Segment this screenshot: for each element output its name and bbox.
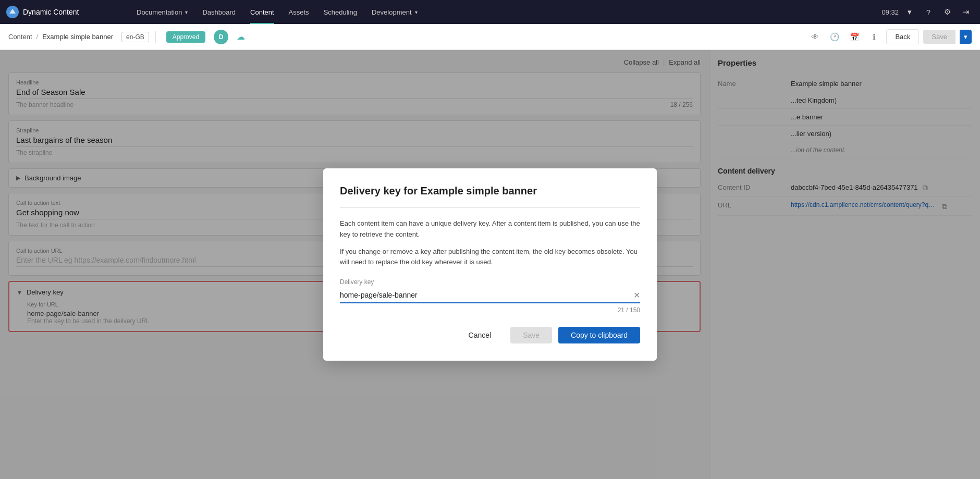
modal-counter: 21 / 150 [340,306,640,314]
modal-desc-2: If you change or remove a key after publ… [340,247,640,268]
modal-overlay: Delivery key for Example simple banner E… [0,50,980,479]
modal-actions: Cancel Save Copy to clipboard [340,326,640,344]
settings-icon[interactable]: ⚙ [939,4,955,20]
brand[interactable]: Dynamic Content [6,6,121,18]
nav-documentation[interactable]: Documentation ▾ [129,0,195,24]
back-button[interactable]: Back [886,29,919,44]
nav-assets[interactable]: Assets [281,0,316,24]
cancel-button[interactable]: Cancel [456,326,505,344]
calendar-icon[interactable]: 📅 [847,29,862,45]
nav-right-controls: 09:32 ▾ ? ⚙ ⇥ [881,4,974,20]
breadcrumb-separator: / [36,33,39,41]
modal-title: Delivery key for Example simple banner [340,185,640,208]
modal-input-wrapper: ✕ [340,288,640,303]
documentation-dropdown-icon: ▾ [185,9,188,15]
breadcrumb-bar: Content / Example simple banner en-GB Ap… [0,24,980,50]
nav-development[interactable]: Development ▾ [364,0,425,24]
status-badge: Approved [166,31,205,43]
breadcrumb-current: Example simple banner [42,33,113,41]
delivery-key-modal: Delivery key for Example simple banner E… [323,168,657,361]
development-dropdown-icon: ▾ [415,9,418,15]
nav-dashboard[interactable]: Dashboard [195,0,243,24]
nav-scheduling[interactable]: Scheduling [316,0,364,24]
preview-icon[interactable]: 👁 [807,29,823,45]
copy-to-clipboard-button[interactable]: Copy to clipboard [558,327,640,343]
cloud-icon: ☁ [237,32,245,42]
modal-description: Each content item can have a unique deli… [340,218,640,268]
breadcrumb-root[interactable]: Content [8,33,32,41]
brand-title: Dynamic Content [23,8,79,16]
nav-time: 09:32 [881,8,899,16]
top-navigation: Dynamic Content Documentation ▾ Dashboar… [0,0,980,24]
help-icon[interactable]: ? [921,4,936,20]
main-layout: Collapse all | Expand all Headline End o… [0,50,980,479]
save-dropdown-button[interactable]: ▾ [960,30,972,44]
vertical-separator [155,31,156,43]
modal-desc-1: Each content item can have a unique deli… [340,218,640,240]
avatar: D [214,30,228,44]
nav-content[interactable]: Content [243,0,281,24]
brand-logo [6,6,19,18]
delivery-key-input[interactable] [340,288,640,302]
info-icon[interactable]: ℹ [866,29,882,45]
logout-icon[interactable]: ⇥ [958,4,974,20]
svg-marker-0 [9,9,16,14]
save-button[interactable]: Save [510,327,552,343]
history-icon[interactable]: 🕐 [827,29,842,45]
save-button[interactable]: Save [923,30,956,44]
modal-field-label: Delivery key [340,278,640,286]
nav-dropdown-icon[interactable]: ▾ [902,4,917,20]
clear-input-icon[interactable]: ✕ [633,290,640,300]
locale-badge[interactable]: en-GB [121,32,149,42]
